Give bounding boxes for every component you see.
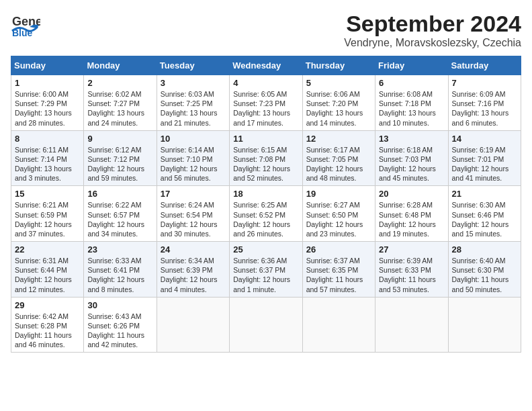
table-row: 21 Sunrise: 6:30 AMSunset: 6:46 PMDaylig…	[448, 186, 521, 242]
table-row: 16 Sunrise: 6:22 AMSunset: 6:57 PMDaylig…	[84, 186, 157, 242]
table-row: 20 Sunrise: 6:28 AMSunset: 6:48 PMDaylig…	[375, 186, 448, 242]
col-friday: Friday	[375, 56, 448, 75]
day-number: 19	[306, 189, 371, 199]
calendar-header-row: Sunday Monday Tuesday Wednesday Thursday…	[11, 56, 521, 75]
location: Vendryne, Moravskoslezsky, Czechia	[344, 37, 521, 49]
day-number: 13	[379, 134, 444, 144]
day-info: Sunrise: 6:43 AMSunset: 6:26 PMDaylight:…	[87, 312, 144, 349]
table-row: 9 Sunrise: 6:12 AMSunset: 7:12 PMDayligh…	[84, 130, 157, 186]
table-row: 7 Sunrise: 6:09 AMSunset: 7:16 PMDayligh…	[448, 75, 521, 131]
table-row: 6 Sunrise: 6:08 AMSunset: 7:18 PMDayligh…	[375, 75, 448, 131]
day-number: 27	[379, 244, 444, 255]
day-info: Sunrise: 6:28 AMSunset: 6:48 PMDaylight:…	[379, 201, 436, 238]
day-number: 4	[233, 78, 298, 88]
table-row	[302, 297, 375, 353]
table-row: 18 Sunrise: 6:25 AMSunset: 6:52 PMDaylig…	[230, 186, 302, 242]
day-info: Sunrise: 6:17 AMSunset: 7:05 PMDaylight:…	[306, 146, 363, 183]
day-number: 16	[87, 189, 152, 199]
day-number: 20	[379, 189, 444, 199]
calendar-week-row: 15 Sunrise: 6:21 AMSunset: 6:59 PMDaylig…	[11, 186, 521, 242]
calendar-week-row: 1 Sunrise: 6:00 AMSunset: 7:29 PMDayligh…	[11, 75, 521, 131]
table-row	[230, 297, 302, 353]
day-number: 14	[452, 134, 517, 144]
svg-text:Blue: Blue	[12, 28, 33, 36]
day-number: 15	[15, 189, 80, 199]
day-number: 5	[306, 78, 371, 88]
col-thursday: Thursday	[302, 56, 375, 75]
day-info: Sunrise: 6:02 AMSunset: 7:27 PMDaylight:…	[87, 90, 144, 127]
table-row: 11 Sunrise: 6:15 AMSunset: 7:08 PMDaylig…	[230, 130, 302, 186]
day-info: Sunrise: 6:14 AMSunset: 7:10 PMDaylight:…	[161, 146, 218, 183]
day-info: Sunrise: 6:00 AMSunset: 7:29 PMDaylight:…	[15, 90, 72, 127]
day-info: Sunrise: 6:40 AMSunset: 6:30 PMDaylight:…	[452, 257, 509, 293]
logo: General Blue	[11, 11, 40, 36]
day-info: Sunrise: 6:25 AMSunset: 6:52 PMDaylight:…	[233, 201, 290, 238]
day-number: 10	[161, 134, 226, 144]
table-row: 24 Sunrise: 6:34 AMSunset: 6:39 PMDaylig…	[157, 242, 229, 298]
day-number: 1	[15, 78, 80, 88]
table-row: 25 Sunrise: 6:36 AMSunset: 6:37 PMDaylig…	[230, 242, 302, 298]
day-number: 21	[452, 189, 517, 199]
table-row: 2 Sunrise: 6:02 AMSunset: 7:27 PMDayligh…	[84, 75, 157, 131]
table-row: 10 Sunrise: 6:14 AMSunset: 7:10 PMDaylig…	[157, 130, 229, 186]
day-info: Sunrise: 6:11 AMSunset: 7:14 PMDaylight:…	[15, 146, 72, 183]
day-info: Sunrise: 6:22 AMSunset: 6:57 PMDaylight:…	[87, 201, 144, 238]
table-row	[448, 297, 521, 353]
day-info: Sunrise: 6:21 AMSunset: 6:59 PMDaylight:…	[15, 201, 72, 238]
day-info: Sunrise: 6:06 AMSunset: 7:20 PMDaylight:…	[306, 90, 363, 127]
day-info: Sunrise: 6:39 AMSunset: 6:33 PMDaylight:…	[379, 257, 436, 293]
day-number: 8	[15, 134, 80, 144]
day-info: Sunrise: 6:19 AMSunset: 7:01 PMDaylight:…	[452, 146, 509, 183]
col-wednesday: Wednesday	[230, 56, 302, 75]
logo-icon: General Blue	[11, 11, 40, 36]
col-tuesday: Tuesday	[157, 56, 229, 75]
page-header: General Blue September 2024 Vendryne, Mo…	[11, 11, 521, 49]
day-info: Sunrise: 6:15 AMSunset: 7:08 PMDaylight:…	[233, 146, 290, 183]
table-row: 12 Sunrise: 6:17 AMSunset: 7:05 PMDaylig…	[302, 130, 375, 186]
table-row: 26 Sunrise: 6:37 AMSunset: 6:35 PMDaylig…	[302, 242, 375, 298]
day-number: 25	[233, 244, 298, 255]
day-info: Sunrise: 6:27 AMSunset: 6:50 PMDaylight:…	[306, 201, 363, 238]
table-row: 17 Sunrise: 6:24 AMSunset: 6:54 PMDaylig…	[157, 186, 229, 242]
table-row: 19 Sunrise: 6:27 AMSunset: 6:50 PMDaylig…	[302, 186, 375, 242]
table-row: 30 Sunrise: 6:43 AMSunset: 6:26 PMDaylig…	[84, 297, 157, 353]
day-info: Sunrise: 6:42 AMSunset: 6:28 PMDaylight:…	[15, 312, 72, 349]
table-row: 28 Sunrise: 6:40 AMSunset: 6:30 PMDaylig…	[448, 242, 521, 298]
day-number: 17	[161, 189, 226, 199]
table-row: 1 Sunrise: 6:00 AMSunset: 7:29 PMDayligh…	[11, 75, 84, 131]
day-info: Sunrise: 6:18 AMSunset: 7:03 PMDaylight:…	[379, 146, 436, 183]
day-number: 30	[87, 300, 152, 310]
day-number: 7	[452, 78, 517, 88]
day-number: 24	[161, 244, 226, 255]
day-info: Sunrise: 6:05 AMSunset: 7:23 PMDaylight:…	[233, 90, 290, 127]
day-number: 23	[87, 244, 152, 255]
day-info: Sunrise: 6:03 AMSunset: 7:25 PMDaylight:…	[161, 90, 218, 127]
day-number: 11	[233, 134, 298, 144]
day-number: 2	[87, 78, 152, 88]
calendar-week-row: 22 Sunrise: 6:31 AMSunset: 6:44 PMDaylig…	[11, 242, 521, 298]
day-info: Sunrise: 6:31 AMSunset: 6:44 PMDaylight:…	[15, 257, 72, 293]
col-monday: Monday	[84, 56, 157, 75]
table-row	[375, 297, 448, 353]
day-number: 22	[15, 244, 80, 255]
day-number: 9	[87, 134, 152, 144]
day-info: Sunrise: 6:30 AMSunset: 6:46 PMDaylight:…	[452, 201, 509, 238]
day-number: 12	[306, 134, 371, 144]
day-number: 3	[161, 78, 226, 88]
calendar-week-row: 8 Sunrise: 6:11 AMSunset: 7:14 PMDayligh…	[11, 130, 521, 186]
calendar-table: Sunday Monday Tuesday Wednesday Thursday…	[11, 56, 521, 353]
table-row: 4 Sunrise: 6:05 AMSunset: 7:23 PMDayligh…	[230, 75, 302, 131]
table-row: 27 Sunrise: 6:39 AMSunset: 6:33 PMDaylig…	[375, 242, 448, 298]
day-info: Sunrise: 6:37 AMSunset: 6:35 PMDaylight:…	[306, 257, 363, 293]
col-saturday: Saturday	[448, 56, 521, 75]
calendar-week-row: 29 Sunrise: 6:42 AMSunset: 6:28 PMDaylig…	[11, 297, 521, 353]
table-row	[157, 297, 229, 353]
day-info: Sunrise: 6:24 AMSunset: 6:54 PMDaylight:…	[161, 201, 218, 238]
day-number: 29	[15, 300, 80, 310]
table-row: 23 Sunrise: 6:33 AMSunset: 6:41 PMDaylig…	[84, 242, 157, 298]
day-number: 26	[306, 244, 371, 255]
table-row: 3 Sunrise: 6:03 AMSunset: 7:25 PMDayligh…	[157, 75, 229, 131]
day-info: Sunrise: 6:09 AMSunset: 7:16 PMDaylight:…	[452, 90, 509, 127]
table-row: 29 Sunrise: 6:42 AMSunset: 6:28 PMDaylig…	[11, 297, 84, 353]
day-number: 6	[379, 78, 444, 88]
